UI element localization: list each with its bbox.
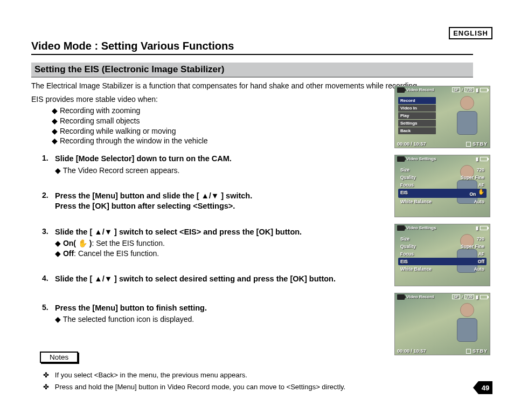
step-heading: Slide the [ ▲/▼ ] switch to select <EIS>… (55, 227, 375, 238)
camcorder-icon (397, 225, 405, 231)
screenshot-4: 4 Video Settings ▮ Size720 QualitySuper … (394, 224, 490, 286)
sf-badge: SF (452, 294, 460, 299)
settings-row[interactable]: Size720 (398, 235, 487, 243)
osd-bottombar: 00:00 / 10:57 STBY (397, 141, 488, 147)
camcorder-icon (397, 87, 405, 93)
list-item: Recording through the window in the vehi… (52, 136, 375, 146)
osd-title: Video Settings (406, 225, 436, 230)
settings-row-selected[interactable]: EISOff (398, 258, 487, 265)
sub-item: Off: Cancel the EIS function. (55, 249, 375, 259)
step-heading: Slide the [ ▲/▼ ] switch to select desir… (55, 274, 375, 285)
list-item: Recording with zooming (52, 106, 375, 116)
settings-row[interactable]: White BalanceAuto (398, 265, 487, 273)
settings-row[interactable]: QualitySuper Fine (398, 174, 487, 181)
osd-topbar: Video Record SF / 720 ▮ (397, 294, 488, 300)
step-sublist: The Video Record screen appears. (55, 166, 375, 176)
screenshots-column: 2 Video Record SF / 720 ▮ Record Video I… (385, 86, 492, 394)
settings-row[interactable]: Size720 (398, 166, 487, 174)
battery-icon (480, 88, 488, 92)
left-column: EIS provides more stable video when: Rec… (31, 91, 375, 394)
menu-item[interactable]: Play (398, 112, 436, 119)
osd-bottombar: 00:00 / 10:57 STBY (397, 348, 488, 354)
time-counter: 00:00 / 10:57 (397, 141, 426, 147)
card-icon: ▮ (476, 294, 478, 300)
intro-line: EIS provides more stable video when: (31, 94, 375, 105)
osd-title: Video Record (406, 294, 434, 299)
osd-title: Video Settings (406, 156, 436, 161)
notes-list: If you select <Back> in the menu, the pr… (43, 369, 375, 393)
sf-badge: SF (452, 87, 460, 92)
list-item: Recording while walking or moving (52, 126, 375, 136)
osd-topbar: Video Settings ▮ (397, 156, 488, 162)
card-icon: ▮ (476, 225, 478, 231)
eis-cases-list: Recording with zooming Recording small o… (52, 106, 375, 147)
screenshot-3: 3 Video Settings ▮ Size720 QualitySuper … (394, 155, 490, 217)
screenshot-2: 2 Video Record SF / 720 ▮ Record Video I… (394, 86, 490, 148)
settings-row[interactable]: FocusAF (398, 250, 487, 258)
step-sublist: The selected function icon is displayed. (55, 314, 375, 325)
status-text: STBY (473, 141, 488, 147)
stop-icon (466, 349, 471, 354)
note-item: Press and hold the [Menu] button in Vide… (43, 381, 375, 393)
steps-list: Slide [Mode Selector] down to turn on th… (42, 154, 375, 325)
page-title: Video Mode : Setting Various Functions (31, 40, 473, 55)
step-item: Press the [Menu] button to finish settin… (42, 303, 375, 325)
sub-item: The selected function icon is displayed. (55, 314, 375, 325)
battery-icon (480, 226, 488, 230)
slash: / (462, 87, 463, 92)
status-text: STBY (473, 348, 488, 354)
intro-text2: EIS provides more stable video when: (31, 94, 375, 105)
step-item: Slide the [ ▲/▼ ] switch to select <EIS>… (42, 227, 375, 259)
step-heading: Press the [Menu] button to finish settin… (55, 303, 375, 314)
manual-page: ENGLISH Video Mode : Setting Various Fun… (0, 0, 514, 404)
sub-item: The Video Record screen appears. (55, 166, 375, 176)
step-item: Slide [Mode Selector] down to turn on th… (42, 154, 375, 175)
section-heading: Setting the EIS (Electronic Image Stabil… (31, 63, 473, 78)
hand-icon (478, 190, 484, 196)
step-sublist: On( ✋ ): Set the EIS function. Off: Canc… (55, 238, 375, 259)
page-number: 49 (478, 381, 492, 394)
subject-silhouette (455, 303, 479, 345)
camcorder-icon (397, 294, 405, 300)
subject-silhouette (455, 96, 479, 138)
step-heading: Slide [Mode Selector] down to turn on th… (55, 154, 375, 164)
settings-row[interactable]: QualitySuper Fine (398, 243, 487, 250)
menu-item[interactable]: Video In (398, 105, 436, 112)
settings-row[interactable]: White BalanceAuto (398, 198, 487, 205)
res-badge: 720 (464, 87, 474, 92)
res-badge: 720 (464, 294, 474, 299)
settings-row-selected[interactable]: EISOn (398, 189, 487, 198)
battery-icon (480, 157, 488, 161)
camcorder-icon (397, 156, 405, 162)
menu-item[interactable]: Record (398, 97, 436, 104)
list-item: Recording small objects (52, 116, 375, 126)
slash: / (462, 294, 463, 299)
step-item: Slide the [ ▲/▼ ] switch to select desir… (42, 274, 375, 285)
language-badge: ENGLISH (449, 27, 492, 39)
time-counter: 00:00 / 10:57 (397, 348, 426, 354)
card-icon: ▮ (476, 87, 478, 93)
osd-topbar: Video Record SF / 720 ▮ (397, 87, 488, 93)
osd-topbar: Video Settings ▮ (397, 225, 488, 231)
screenshot-5: 5 Video Record SF / 720 ▮ 00:00 / 10:57 … (394, 293, 490, 355)
settings-row[interactable]: FocusAF (398, 181, 487, 189)
stop-icon (466, 142, 471, 147)
menu-overlay: Record Video In Play Settings Back (398, 97, 436, 135)
step-heading: Press the [Menu] button and slide the [ … (55, 191, 375, 212)
settings-overlay: Size720 QualitySuper Fine FocusAF EISOn … (398, 166, 487, 205)
osd-title: Video Record (406, 87, 434, 92)
sub-item: On( ✋ ): Set the EIS function. (55, 238, 375, 249)
card-icon: ▮ (476, 156, 478, 162)
notes-label: Notes (40, 352, 78, 363)
menu-item[interactable]: Settings (398, 120, 436, 127)
menu-item[interactable]: Back (398, 127, 436, 134)
battery-icon (480, 295, 488, 299)
settings-overlay: Size720 QualitySuper Fine FocusAF EISOff… (398, 235, 487, 273)
note-item: If you select <Back> in the menu, the pr… (43, 369, 375, 381)
step-item: Press the [Menu] button and slide the [ … (42, 191, 375, 212)
